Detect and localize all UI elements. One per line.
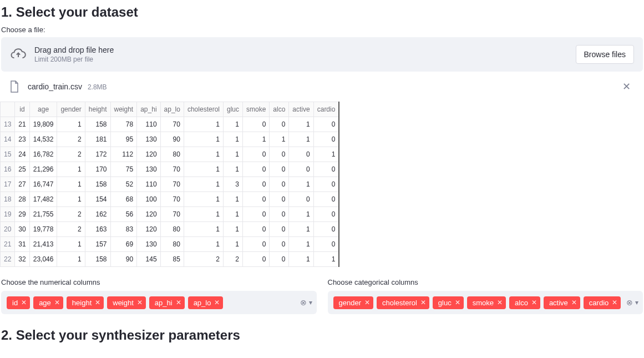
table-cell[interactable]: 0 bbox=[270, 177, 289, 192]
table-cell[interactable]: 1 bbox=[57, 162, 85, 177]
categorical-columns-multiselect[interactable]: gender✕cholesterol✕gluc✕smoke✕alco✕activ… bbox=[328, 291, 643, 314]
table-cell[interactable]: 110 bbox=[137, 117, 160, 132]
table-cell[interactable]: 2 bbox=[57, 147, 85, 162]
table-cell[interactable]: 158 bbox=[85, 252, 110, 267]
table-cell[interactable]: 172 bbox=[85, 147, 110, 162]
table-cell[interactable]: 75 bbox=[110, 162, 137, 177]
table-cell[interactable]: 1 bbox=[184, 207, 223, 222]
table-column-header[interactable]: ap_hi bbox=[137, 102, 160, 117]
table-cell[interactable]: 158 bbox=[85, 177, 110, 192]
table-cell[interactable]: 68 bbox=[110, 192, 137, 207]
table-cell[interactable]: 1 bbox=[289, 132, 313, 147]
table-cell[interactable]: 31 bbox=[15, 237, 29, 252]
table-cell[interactable]: 0 bbox=[242, 252, 269, 267]
table-cell[interactable]: 95 bbox=[110, 132, 137, 147]
table-cell[interactable]: 90 bbox=[110, 252, 137, 267]
table-cell[interactable]: 1 bbox=[57, 192, 85, 207]
table-cell[interactable]: 78 bbox=[110, 117, 137, 132]
tag-age[interactable]: age✕ bbox=[33, 296, 63, 309]
table-cell[interactable]: 1 bbox=[223, 117, 242, 132]
table-cell[interactable]: 0 bbox=[270, 117, 289, 132]
table-cell[interactable]: 0 bbox=[242, 192, 269, 207]
table-column-header[interactable]: gender bbox=[57, 102, 85, 117]
table-cell[interactable]: 19,778 bbox=[29, 222, 57, 237]
table-cell[interactable]: 130 bbox=[137, 162, 160, 177]
table-cell[interactable]: 23,046 bbox=[29, 252, 57, 267]
table-row[interactable]: 192921,75521625612070110010 bbox=[1, 207, 339, 222]
table-cell[interactable]: 0 bbox=[242, 177, 269, 192]
table-cell[interactable]: 1 bbox=[184, 177, 223, 192]
table-cell[interactable]: 1 bbox=[223, 162, 242, 177]
chevron-down-icon[interactable]: ▾ bbox=[635, 299, 638, 306]
table-cell[interactable]: 0 bbox=[313, 117, 339, 132]
tag-remove-icon[interactable]: ✕ bbox=[214, 299, 220, 306]
table-column-header[interactable]: age bbox=[29, 102, 57, 117]
table-cell[interactable]: 1 bbox=[223, 222, 242, 237]
tag-remove-icon[interactable]: ✕ bbox=[531, 299, 537, 306]
table-cell[interactable]: 17,482 bbox=[29, 192, 57, 207]
table-cell[interactable]: 0 bbox=[270, 252, 289, 267]
table-cell[interactable]: 0 bbox=[242, 162, 269, 177]
table-cell[interactable]: 0 bbox=[289, 162, 313, 177]
table-cell[interactable]: 80 bbox=[160, 147, 184, 162]
table-cell[interactable]: 1 bbox=[289, 207, 313, 222]
table-row[interactable]: 132119,80911587811070110010 bbox=[1, 117, 339, 132]
table-cell[interactable]: 56 bbox=[110, 207, 137, 222]
table-cell[interactable]: 0 bbox=[242, 147, 269, 162]
tag-remove-icon[interactable]: ✕ bbox=[176, 299, 181, 306]
table-column-header[interactable]: alco bbox=[270, 102, 289, 117]
table-cell[interactable]: 0 bbox=[313, 132, 339, 147]
tag-gender[interactable]: gender✕ bbox=[333, 296, 373, 309]
tag-height[interactable]: height✕ bbox=[67, 296, 104, 309]
remove-file-button[interactable]: ✕ bbox=[618, 79, 635, 94]
tag-cardio[interactable]: cardio✕ bbox=[584, 296, 621, 309]
table-column-header[interactable]: cholesterol bbox=[184, 102, 223, 117]
table-cell[interactable]: 0 bbox=[313, 162, 339, 177]
table-row[interactable]: 142314,53221819513090111110 bbox=[1, 132, 339, 147]
tag-remove-icon[interactable]: ✕ bbox=[420, 299, 426, 306]
table-cell[interactable]: 0 bbox=[242, 207, 269, 222]
tag-alco[interactable]: alco✕ bbox=[509, 296, 540, 309]
table-cell[interactable]: 29 bbox=[15, 207, 29, 222]
table-cell[interactable]: 70 bbox=[160, 207, 184, 222]
table-cell[interactable]: 120 bbox=[137, 207, 160, 222]
table-cell[interactable]: 16,782 bbox=[29, 147, 57, 162]
table-cell[interactable]: 100 bbox=[137, 192, 160, 207]
table-cell[interactable]: 0 bbox=[313, 177, 339, 192]
table-cell[interactable]: 181 bbox=[85, 132, 110, 147]
table-cell[interactable]: 162 bbox=[85, 207, 110, 222]
table-column-header[interactable]: cardio bbox=[313, 102, 339, 117]
table-column-header[interactable]: gluc bbox=[223, 102, 242, 117]
table-cell[interactable]: 14,532 bbox=[29, 132, 57, 147]
table-cell[interactable]: 130 bbox=[137, 132, 160, 147]
table-cell[interactable]: 0 bbox=[270, 222, 289, 237]
table-cell[interactable]: 110 bbox=[137, 177, 160, 192]
numerical-columns-multiselect[interactable]: id✕age✕height✕weight✕ap_hi✕ap_lo✕ ⊗ ▾ bbox=[1, 291, 317, 314]
table-row[interactable]: 223223,04611589014585220011 bbox=[1, 252, 339, 267]
table-column-header[interactable]: smoke bbox=[242, 102, 269, 117]
table-cell[interactable]: 0 bbox=[313, 207, 339, 222]
data-preview-table[interactable]: idagegenderheightweightap_hiap_locholest… bbox=[0, 102, 336, 267]
table-cell[interactable]: 1 bbox=[184, 132, 223, 147]
table-cell[interactable]: 1 bbox=[184, 147, 223, 162]
table-cell[interactable]: 1 bbox=[57, 252, 85, 267]
table-row[interactable]: 172716,74711585211070130010 bbox=[1, 177, 339, 192]
table-cell[interactable]: 0 bbox=[313, 222, 339, 237]
table-cell[interactable]: 27 bbox=[15, 177, 29, 192]
table-cell[interactable]: 83 bbox=[110, 222, 137, 237]
table-cell[interactable]: 158 bbox=[85, 117, 110, 132]
table-cell[interactable]: 25 bbox=[15, 162, 29, 177]
table-cell[interactable]: 0 bbox=[270, 207, 289, 222]
table-cell[interactable]: 3 bbox=[223, 177, 242, 192]
table-cell[interactable]: 2 bbox=[57, 132, 85, 147]
table-cell[interactable]: 80 bbox=[160, 237, 184, 252]
tag-remove-icon[interactable]: ✕ bbox=[612, 299, 617, 306]
table-cell[interactable]: 1 bbox=[223, 147, 242, 162]
file-uploader[interactable]: Drag and drop file here Limit 200MB per … bbox=[1, 37, 643, 72]
table-cell[interactable]: 170 bbox=[85, 162, 110, 177]
table-cell[interactable]: 28 bbox=[15, 192, 29, 207]
table-cell[interactable]: 1 bbox=[313, 252, 339, 267]
tag-remove-icon[interactable]: ✕ bbox=[21, 299, 27, 306]
table-cell[interactable]: 0 bbox=[270, 237, 289, 252]
table-cell[interactable]: 1 bbox=[270, 132, 289, 147]
